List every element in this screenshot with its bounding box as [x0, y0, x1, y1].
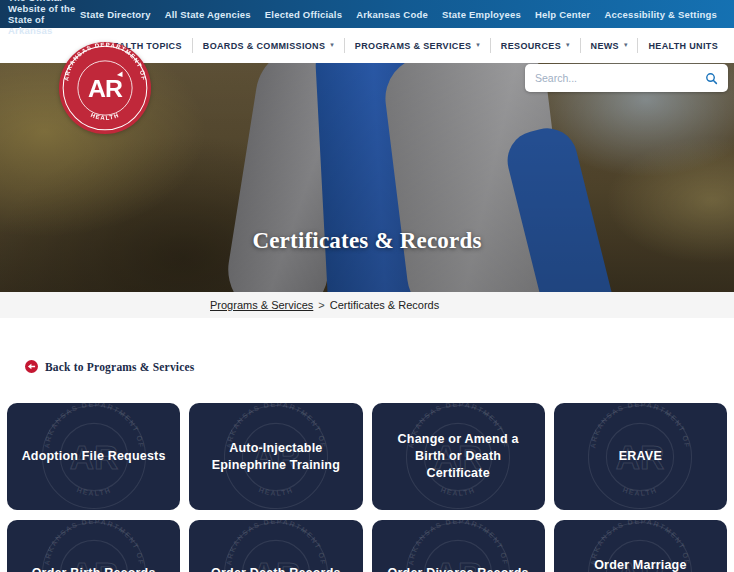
nav-item-news[interactable]: NEWS ▾	[580, 38, 638, 53]
chevron-down-icon: ▾	[624, 41, 628, 48]
svg-text:HEALTH: HEALTH	[75, 485, 112, 498]
government-links: State Directory All State Agencies Elect…	[80, 9, 717, 20]
link-state-directory[interactable]: State Directory	[80, 9, 151, 20]
card-label: ERAVE	[619, 448, 662, 465]
nav-label: NEWS	[591, 41, 619, 51]
card-adoption-file-requests[interactable]: ARKANSAS DEPARTMENT OF HEALTH AR Adoptio…	[7, 403, 180, 510]
back-to-programs-link[interactable]: Back to Programs & Services	[25, 360, 195, 373]
chevron-down-icon: ▾	[476, 41, 480, 48]
card-label: Order Birth Records	[32, 565, 156, 572]
svg-text:HEALTH: HEALTH	[257, 485, 294, 498]
nav-item-resources[interactable]: RESOURCES ▾	[490, 38, 580, 53]
breadcrumb-link-programs-services[interactable]: Programs & Services	[210, 299, 313, 311]
back-arrow-icon	[25, 360, 38, 373]
card-label: Order Death Records	[211, 565, 341, 572]
government-top-bar: The Official Website of the State of Ark…	[0, 0, 734, 28]
nav-item-health-units[interactable]: HEALTH UNITS	[637, 38, 728, 53]
card-order-death-records[interactable]: ARKANSAS DEPARTMENT OF HEALTH AR Order D…	[189, 520, 362, 572]
site-search	[525, 64, 728, 92]
back-row: Back to Programs & Services	[0, 318, 734, 375]
nav-label: BOARDS & COMMISSIONS	[203, 41, 326, 51]
card-label: Adoption File Requests	[22, 448, 166, 465]
nav-label: RESOURCES	[501, 41, 561, 51]
link-accessibility-settings[interactable]: Accessibility & Settings	[604, 9, 717, 20]
nav-label: PROGRAMS & SERVICES	[355, 41, 472, 51]
card-label: Auto-Injectable Epinephrine Training	[203, 440, 348, 474]
card-label: Order Divorce Records	[388, 565, 529, 572]
card-order-birth-records[interactable]: ARKANSAS DEPARTMENT OF HEALTH AR Order B…	[7, 520, 180, 572]
breadcrumb-separator: >	[318, 299, 324, 311]
card-order-divorce-records[interactable]: ARKANSAS DEPARTMENT OF HEALTH AR Order D…	[372, 520, 545, 572]
official-site-label: The Official Website of the State of Ark…	[8, 0, 80, 36]
logo-monogram: AR	[88, 75, 123, 102]
adh-seal-icon: ARKANSAS DEPARTMENT OF HEALTH AR	[59, 42, 151, 134]
link-help-center[interactable]: Help Center	[535, 9, 591, 20]
card-erave[interactable]: ARKANSAS DEPARTMENT OF HEALTH AR ERAVE	[554, 403, 727, 510]
card-label: Order Marriage Records	[568, 557, 713, 572]
page-title: Certificates & Records	[0, 228, 734, 254]
breadcrumb: Programs & Services > Certificates & Rec…	[0, 292, 734, 318]
adh-logo[interactable]: ARKANSAS DEPARTMENT OF HEALTH AR	[59, 42, 151, 134]
svg-text:HEALTH: HEALTH	[439, 485, 476, 498]
search-icon	[705, 72, 718, 85]
nav-item-boards-commissions[interactable]: BOARDS & COMMISSIONS ▾	[192, 38, 344, 53]
chevron-down-icon: ▾	[330, 41, 334, 48]
link-state-employees[interactable]: State Employees	[442, 9, 521, 20]
card-label: Change or Amend a Birth or Death Certifi…	[386, 431, 531, 482]
breadcrumb-current: Certificates & Records	[330, 299, 439, 311]
card-change-amend-certificate[interactable]: ARKANSAS DEPARTMENT OF HEALTH AR Change …	[372, 403, 545, 510]
link-arkansas-code[interactable]: Arkansas Code	[356, 9, 428, 20]
card-epinephrine-training[interactable]: ARKANSAS DEPARTMENT OF HEALTH AR Auto-In…	[189, 403, 362, 510]
chevron-down-icon: ▾	[566, 41, 570, 48]
nav-item-programs-services[interactable]: PROGRAMS & SERVICES ▾	[344, 38, 490, 53]
page: The Official Website of the State of Ark…	[0, 0, 734, 572]
card-order-marriage-records[interactable]: ARKANSAS DEPARTMENT OF HEALTH AR Order M…	[554, 520, 727, 572]
search-button[interactable]	[705, 72, 718, 85]
services-card-grid: ARKANSAS DEPARTMENT OF HEALTH AR Adoptio…	[0, 403, 734, 572]
back-link-label: Back to Programs & Services	[45, 361, 195, 373]
link-elected-officials[interactable]: Elected Officials	[265, 9, 342, 20]
svg-text:HEALTH: HEALTH	[622, 485, 659, 498]
nav-label: HEALTH UNITS	[648, 41, 718, 51]
search-input[interactable]	[535, 72, 705, 84]
link-all-state-agencies[interactable]: All State Agencies	[165, 9, 251, 20]
